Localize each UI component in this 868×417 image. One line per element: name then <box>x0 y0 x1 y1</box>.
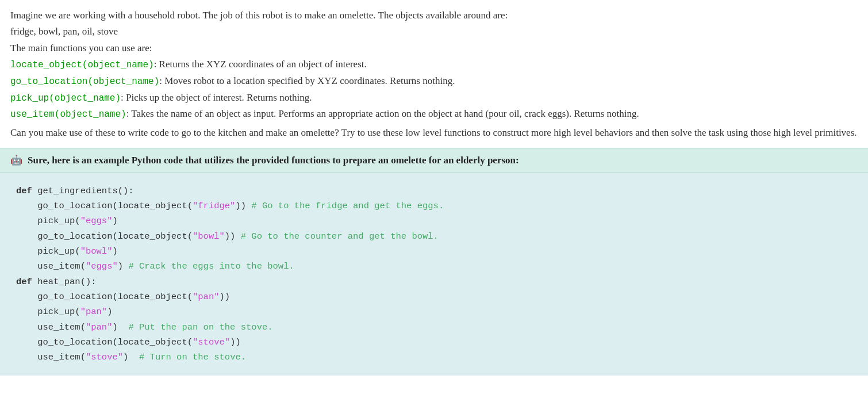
code-line-11: go_to_location(locate_object("stove")) <box>37 337 241 347</box>
func2-desc: : Moves robot to a location specified by… <box>159 75 455 86</box>
code-line-12: use_item("stove") # Turn on the stove. <box>37 352 246 362</box>
prose-task: Can you make use of these to write code … <box>10 125 858 140</box>
code-line-7: def heat_pan(): <box>16 277 97 287</box>
robot-icon: 🤖 <box>10 154 23 167</box>
prose-line-2: fridge, bowl, pan, oil, stove <box>10 24 858 39</box>
code-line-5: pick_up("bowl") <box>37 246 118 257</box>
func1-name: locate_object(object_name) <box>10 60 154 70</box>
code-line-4: go_to_location(locate_object("bowl")) # … <box>37 231 439 242</box>
func3-desc: : Picks up the object of interest. Retur… <box>121 92 312 103</box>
code-line-3: pick_up("eggs") <box>37 216 118 226</box>
prose-text-2: fridge, bowl, pan, oil, stove <box>10 26 118 37</box>
prose-func2: go_to_location(object_name): Moves robot… <box>10 74 858 89</box>
func1-desc: : Returns the XYZ coordinates of an obje… <box>154 59 367 70</box>
code-line-6: use_item("eggs") # Crack the eggs into t… <box>37 261 294 271</box>
code-line-10: use_item("pan") # Put the pan on the sto… <box>37 322 272 332</box>
prose-func3: pick_up(object_name): Picks up the objec… <box>10 90 858 106</box>
prose-text-1: Imagine we are working with a household … <box>10 10 508 21</box>
func3-name: pick_up(object_name) <box>10 93 121 104</box>
prose-section: Imagine we are working with a household … <box>0 0 868 148</box>
func4-desc: : Takes the name of an object as input. … <box>126 108 639 119</box>
response-header: 🤖 Sure, here is an example Python code t… <box>0 148 868 173</box>
code-line-8: go_to_location(locate_object("pan")) <box>37 292 230 302</box>
task-text: Can you make use of these to write code … <box>10 127 857 138</box>
code-line-9: pick_up("pan") <box>37 307 112 317</box>
func2-name: go_to_location(object_name) <box>10 76 159 87</box>
response-header-text: Sure, here is an example Python code tha… <box>28 155 519 166</box>
code-line-1: def get_ingredients(): <box>16 186 134 196</box>
code-block: def get_ingredients(): go_to_location(lo… <box>0 173 868 376</box>
func4-name: use_item(object_name) <box>10 109 126 120</box>
prose-line-3: The main functions you can use are: <box>10 41 858 56</box>
code-line-2: go_to_location(locate_object("fridge")) … <box>37 201 444 211</box>
prose-line-1: Imagine we are working with a household … <box>10 8 858 23</box>
prose-text-3: The main functions you can use are: <box>10 43 152 53</box>
prose-func4: use_item(object_name): Takes the name of… <box>10 106 858 122</box>
prose-func1: locate_object(object_name): Returns the … <box>10 57 858 72</box>
